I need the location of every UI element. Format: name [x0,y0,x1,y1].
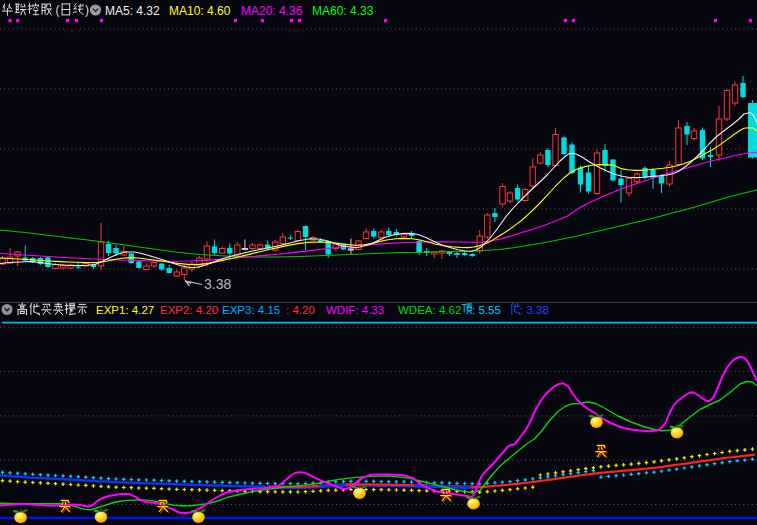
svg-text:: 3.38: : 3.38 [520,304,549,316]
svg-text:EXP1: 4.27: EXP1: 4.27 [96,304,154,316]
svg-text:(: ( [56,3,60,17]
svg-text:MA20: 4.36: MA20: 4.36 [241,4,303,18]
svg-text:3.38: 3.38 [204,276,231,292]
svg-text:MA60: 4.33: MA60: 4.33 [312,4,374,18]
svg-text:: 4.20: : 4.20 [286,304,315,316]
svg-text:: 5.55: : 5.55 [472,304,501,316]
svg-text:): ) [85,3,89,17]
svg-text:MA5: 4.32: MA5: 4.32 [105,4,160,18]
svg-text:MA10: 4.60: MA10: 4.60 [169,4,231,18]
svg-text:EXP3: 4.15: EXP3: 4.15 [222,304,280,316]
svg-text:WDIF: 4.33: WDIF: 4.33 [326,304,384,316]
svg-text:EXP2: 4.20: EXP2: 4.20 [160,304,218,316]
svg-text:WDEA: 4.62: WDEA: 4.62 [398,304,461,316]
